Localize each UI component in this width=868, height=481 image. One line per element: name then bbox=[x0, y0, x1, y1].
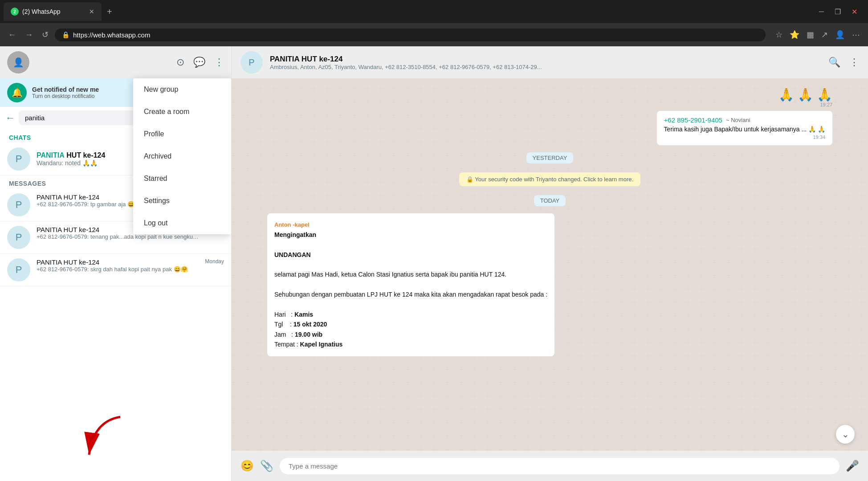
forward-button[interactable]: → bbox=[22, 29, 36, 41]
invitation-content: Mengingatkan UNDANGAN selamat pagi Mas H… bbox=[274, 230, 547, 350]
dropdown-create-room[interactable]: Create a room bbox=[133, 101, 231, 123]
msg-info: PANITIA HUT ke-124 +62 812-9676-0579: sk… bbox=[37, 258, 199, 273]
voice-message-button[interactable]: 🎤 bbox=[846, 460, 859, 472]
invitation-subtitle: UNDANGAN bbox=[274, 251, 311, 258]
invitation-detail-tgl: Tgl : 15 okt 2020 bbox=[274, 321, 327, 328]
chat-header-actions: 🔍 ⋮ bbox=[828, 57, 859, 68]
phone-attribution: ~ Noviani bbox=[726, 117, 750, 123]
user-avatar[interactable]: 👤 bbox=[7, 51, 29, 73]
dropdown-logout[interactable]: Log out bbox=[133, 212, 231, 234]
chat-header-avatar: P bbox=[240, 51, 263, 73]
close-window-button[interactable]: ✕ bbox=[848, 6, 861, 18]
attach-button[interactable]: 📎 bbox=[260, 460, 273, 472]
invitation-detail-hari: Hari : Kamis bbox=[274, 311, 313, 318]
scroll-to-bottom-button[interactable]: ⌄ bbox=[836, 425, 855, 444]
bookmark-button[interactable]: ☆ bbox=[773, 28, 785, 41]
msg-name: PANITIA HUT ke-124 bbox=[37, 258, 199, 266]
msg-avatar: P bbox=[7, 226, 30, 249]
sidebar: 👤 ⊙ 💬 ⋮ New group Create a room Profile … bbox=[0, 46, 232, 481]
toolbar-actions: ☆ ⭐ ▦ ↗ 👤 ⋯ bbox=[773, 28, 863, 41]
invitation-detail-jam: Jam : 19.00 wib bbox=[274, 331, 322, 338]
chat-header: P PANITIA HUT ke-124 Ambrosius, Anton, A… bbox=[232, 46, 868, 78]
dropdown-archived[interactable]: Archived bbox=[133, 145, 231, 167]
dropdown-menu: New group Create a room Profile Archived… bbox=[133, 78, 231, 234]
security-note[interactable]: 🔒 Your security code with Triyanto chang… bbox=[459, 172, 640, 186]
tab-bar: 2 (2) WhatsApp ✕ + ─ ❐ ✕ bbox=[0, 0, 868, 23]
date-badge-yesterday: YESTERDAY bbox=[526, 152, 574, 163]
search-back-button[interactable]: ← bbox=[5, 112, 15, 124]
invitation-body1: selamat pagi Mas Hadi, ketua Calon Stasi… bbox=[274, 271, 506, 278]
message-input[interactable] bbox=[280, 458, 839, 474]
phone-message-content: Terima kasih juga Bapak/Ibu untuk kerjas… bbox=[664, 126, 825, 133]
chat-name-highlight: PANITIA bbox=[37, 151, 65, 159]
invitation-detail-tempat: Tempat : Kapel Ignatius bbox=[274, 341, 342, 348]
chat-header-info: PANITIA HUT ke-124 Ambrosius, Anton, Az0… bbox=[270, 55, 821, 70]
close-tab-icon[interactable]: ✕ bbox=[89, 8, 94, 15]
chat-search-button[interactable]: 🔍 bbox=[828, 57, 840, 68]
back-button[interactable]: ← bbox=[5, 29, 19, 41]
window-controls: ─ ❐ ✕ bbox=[815, 6, 864, 18]
refresh-button[interactable]: ↺ bbox=[39, 28, 51, 41]
phone-message-time: 19:34 bbox=[664, 135, 825, 140]
phone-message-bubble: +62 895-2901-9405 ~ Noviani Terima kasih… bbox=[657, 111, 832, 145]
list-item[interactable]: P PANITIA HUT ke-124 +62 812-9676-0579: … bbox=[0, 254, 231, 286]
msg-avatar: P bbox=[7, 258, 30, 281]
phone-number: +62 895-2901-9405 bbox=[664, 116, 722, 124]
invitation-title: Mengingatkan bbox=[274, 231, 316, 238]
message-row-emoji: 🙏 🙏 🙏 19:27 bbox=[778, 87, 832, 107]
date-badge-today: TODAY bbox=[534, 195, 566, 206]
url-text: https://web.whatsapp.com bbox=[73, 31, 150, 39]
chat-name-suffix: HUT ke-124 bbox=[66, 151, 105, 159]
chat-avatar: P bbox=[7, 147, 30, 171]
dropdown-new-group[interactable]: New group bbox=[133, 78, 231, 101]
app-container: 👤 ⊙ 💬 ⋮ New group Create a room Profile … bbox=[0, 46, 868, 481]
lock-icon: 🔒 bbox=[62, 31, 69, 38]
sidebar-header-actions: ⊙ 💬 ⋮ bbox=[176, 57, 224, 68]
browser-chrome: 2 (2) WhatsApp ✕ + ─ ❐ ✕ ← → ↺ 🔒 https:/… bbox=[0, 0, 868, 46]
dropdown-profile[interactable]: Profile bbox=[133, 123, 231, 145]
message-time: 19:27 bbox=[820, 102, 832, 107]
msg-preview: +62 812-9676-0579: tenang pak...ada kopi… bbox=[37, 233, 199, 240]
chat-panel: P PANITIA HUT ke-124 Ambrosius, Anton, A… bbox=[232, 46, 868, 481]
whatsapp-tab[interactable]: 2 (2) WhatsApp ✕ bbox=[4, 2, 102, 21]
invitation-body2: Sehubungan dengan pembuatan LPJ HUT ke 1… bbox=[274, 291, 547, 298]
msg-avatar: P bbox=[7, 193, 30, 216]
dropdown-starred[interactable]: Starred bbox=[133, 167, 231, 190]
new-chat-button[interactable]: 💬 bbox=[193, 57, 205, 68]
security-note-text: 🔒 Your security code with Triyanto chang… bbox=[466, 176, 633, 183]
dropdown-settings[interactable]: Settings bbox=[133, 190, 231, 212]
apps-button[interactable]: ▦ bbox=[804, 28, 817, 41]
more-menu-button[interactable]: ⋯ bbox=[849, 28, 863, 41]
sidebar-header: 👤 ⊙ 💬 ⋮ bbox=[0, 46, 231, 78]
new-tab-button[interactable]: + bbox=[103, 7, 116, 17]
maximize-button[interactable]: ❐ bbox=[831, 6, 844, 18]
address-bar[interactable]: 🔒 https://web.whatsapp.com bbox=[55, 29, 766, 41]
tab-favicon: 2 bbox=[11, 8, 19, 16]
favorites-button[interactable]: ⭐ bbox=[787, 28, 802, 41]
notification-icon: 🔔 bbox=[7, 83, 27, 102]
chat-header-sub: Ambrosius, Anton, Az05, Triyanto, Wandar… bbox=[270, 64, 671, 70]
chat-menu-button[interactable]: ⋮ bbox=[849, 57, 859, 68]
tab-title: (2) WhatsApp bbox=[22, 8, 86, 15]
minimize-button[interactable]: ─ bbox=[815, 6, 827, 18]
messages-area: 🙏 🙏 🙏 19:27 +62 895-2901-9405 ~ Noviani … bbox=[232, 78, 868, 451]
browser-toolbar: ← → ↺ 🔒 https://web.whatsapp.com ☆ ⭐ ▦ ↗… bbox=[0, 23, 868, 46]
msg-preview: +62 812-9676-0579: skrg dah hafal kopi p… bbox=[37, 266, 199, 273]
profile-button[interactable]: 👤 bbox=[832, 28, 848, 41]
emoji-picker-button[interactable]: 😊 bbox=[240, 460, 254, 472]
msg-time: Monday bbox=[205, 258, 224, 265]
invitation-sender: Anton -kapel bbox=[274, 220, 547, 230]
emoji-message: 🙏 🙏 🙏 bbox=[778, 87, 832, 102]
menu-button[interactable]: ⋮ bbox=[214, 57, 224, 68]
share-button[interactable]: ↗ bbox=[819, 28, 831, 41]
status-button[interactable]: ⊙ bbox=[176, 57, 184, 68]
invitation-card: Anton -kapel Mengingatkan UNDANGAN selam… bbox=[267, 213, 554, 356]
chat-header-name: PANITIA HUT ke-124 bbox=[270, 55, 821, 64]
message-input-area: 😊 📎 🎤 bbox=[232, 451, 868, 481]
